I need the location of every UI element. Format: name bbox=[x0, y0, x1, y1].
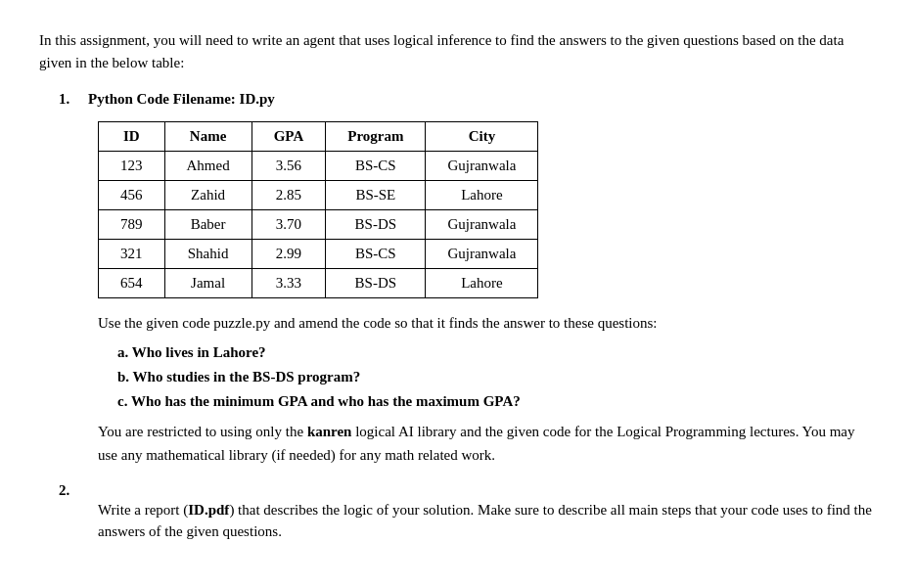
intro-text: In this assignment, you will need to wri… bbox=[39, 29, 875, 73]
question-item-1: 1. Python Code Filename: ID.py ID Name G… bbox=[39, 91, 875, 467]
sub-question-0: a. Who lives in Lahore? bbox=[117, 344, 875, 361]
table-cell-0-4: Gujranwala bbox=[426, 152, 538, 181]
table-cell-2-1: Baber bbox=[164, 210, 251, 240]
table-header: ID Name GPA Program City bbox=[99, 122, 538, 152]
col-header-gpa: GPA bbox=[251, 122, 326, 152]
col-header-city: City bbox=[426, 122, 538, 152]
table-cell-4-3: BS-DS bbox=[326, 269, 426, 298]
item2-text-prefix: Write a report ( bbox=[98, 502, 188, 518]
table-row: 456Zahid2.85BS-SELahore bbox=[99, 181, 538, 210]
table-cell-3-4: Gujranwala bbox=[426, 240, 538, 269]
table-cell-4-1: Jamal bbox=[164, 269, 251, 298]
table-cell-4-2: 3.33 bbox=[251, 269, 326, 298]
question-item-2: 2. Write a report (ID.pdf) that describe… bbox=[39, 482, 875, 543]
table-cell-2-4: Gujranwala bbox=[426, 210, 538, 240]
table-header-row: ID Name GPA Program City bbox=[99, 122, 538, 152]
sub-question-2: c. Who has the minimum GPA and who has t… bbox=[117, 393, 875, 410]
table-row: 321Shahid2.99BS-CSGujranwala bbox=[99, 240, 538, 269]
table-row: 654Jamal3.33BS-DSLahore bbox=[99, 269, 538, 298]
table-cell-3-0: 321 bbox=[99, 240, 165, 269]
question-number-1: 1. Python Code Filename: ID.py bbox=[59, 91, 275, 107]
table-cell-0-0: 123 bbox=[99, 152, 165, 181]
restriction-text-before: You are restricted to using only the bbox=[98, 424, 307, 439]
table-cell-4-0: 654 bbox=[99, 269, 165, 298]
table-cell-1-3: BS-SE bbox=[326, 181, 426, 210]
table-cell-3-3: BS-CS bbox=[326, 240, 426, 269]
table-cell-0-3: BS-CS bbox=[326, 152, 426, 181]
question-label-1: 1. bbox=[59, 91, 69, 107]
table-cell-1-0: 456 bbox=[99, 181, 165, 210]
data-table-container: ID Name GPA Program City 123Ahmed3.56BS-… bbox=[98, 121, 875, 298]
item2-content: Write a report (ID.pdf) that describes t… bbox=[98, 499, 875, 543]
col-header-id: ID bbox=[99, 122, 165, 152]
table-cell-2-0: 789 bbox=[99, 210, 165, 240]
item2-filename: ID.pdf bbox=[188, 502, 229, 518]
table-cell-0-1: Ahmed bbox=[164, 152, 251, 181]
table-cell-1-1: Zahid bbox=[164, 181, 251, 210]
sub-questions-list: a. Who lives in Lahore?b. Who studies in… bbox=[117, 344, 875, 410]
kanren-bold: kanren bbox=[307, 424, 352, 439]
data-table: ID Name GPA Program City 123Ahmed3.56BS-… bbox=[98, 121, 538, 298]
table-cell-2-3: BS-DS bbox=[326, 210, 426, 240]
table-row: 123Ahmed3.56BS-CSGujranwala bbox=[99, 152, 538, 181]
restriction-text: You are restricted to using only the kan… bbox=[98, 420, 875, 467]
table-body: 123Ahmed3.56BS-CSGujranwala456Zahid2.85B… bbox=[99, 152, 538, 298]
table-cell-1-2: 2.85 bbox=[251, 181, 326, 210]
puzzle-intro-text: Use the given code puzzle.py and amend t… bbox=[98, 312, 875, 335]
question-label-2: 2. bbox=[59, 482, 69, 498]
sub-question-1: b. Who studies in the BS-DS program? bbox=[117, 369, 875, 385]
table-cell-3-2: 2.99 bbox=[251, 240, 326, 269]
table-cell-4-4: Lahore bbox=[426, 269, 538, 298]
col-header-program: Program bbox=[326, 122, 426, 152]
table-cell-3-1: Shahid bbox=[164, 240, 251, 269]
table-row: 789Baber3.70BS-DSGujranwala bbox=[99, 210, 538, 240]
table-cell-1-4: Lahore bbox=[426, 181, 538, 210]
question-title-1: Python Code Filename: ID.py bbox=[88, 91, 275, 107]
question-number-2: 2. bbox=[59, 482, 69, 498]
table-cell-0-2: 3.56 bbox=[251, 152, 326, 181]
table-cell-2-2: 3.70 bbox=[251, 210, 326, 240]
col-header-name: Name bbox=[164, 122, 251, 152]
